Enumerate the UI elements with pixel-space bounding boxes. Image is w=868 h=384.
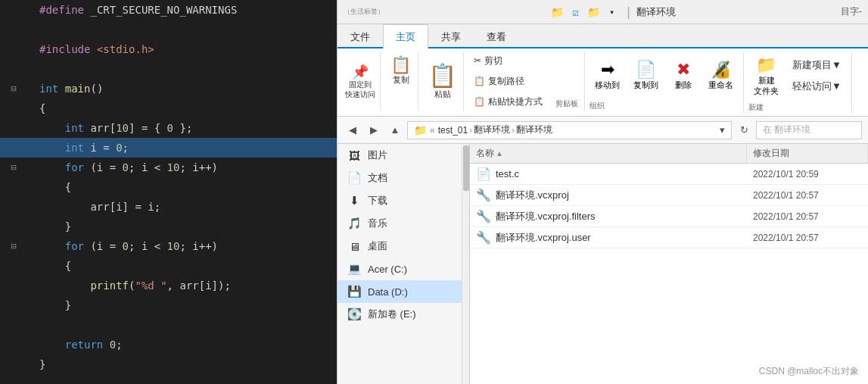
code-content: printf("%d ", arr[i]); — [36, 279, 231, 292]
collapse-icon — [24, 201, 36, 213]
collapse-icon — [24, 122, 36, 134]
address-part-2: 翻译环境 — [474, 123, 510, 136]
desktop-icon: 🖥 — [347, 240, 362, 253]
cut-button[interactable]: ✂剪切 — [468, 52, 548, 70]
collapse-icon — [24, 240, 36, 252]
checkbox-icon: ☑ — [568, 4, 584, 20]
nav-item-e-drive[interactable]: 💽 新加卷 (E:) — [338, 303, 462, 326]
move-to-button[interactable]: ➡ 移动到 — [590, 56, 625, 95]
file-row-test-c[interactable]: 📄 test.c 2022/10/1 20:59 — [470, 164, 868, 185]
code-content: #include <stdio.h> — [36, 43, 154, 55]
nav-label-documents: 文档 — [368, 171, 387, 185]
code-line: ⊟ int main() — [0, 79, 337, 98]
code-content: } — [36, 299, 71, 311]
file-row-vcxproj-user[interactable]: 🔧 翻译环境.vcxproj.user 2022/10/1 20:57 — [470, 227, 868, 248]
delete-button[interactable]: ✖ 删除 — [667, 56, 700, 95]
collapse-icon — [24, 142, 36, 154]
pictures-icon: 🖼 — [347, 149, 362, 162]
address-part-1: test_01 — [438, 125, 468, 136]
paste-shortcut-button[interactable]: 📋粘贴快捷方式 — [468, 93, 548, 111]
title-bar-actions: 📁 ☑ 📁 ▾ | 翻译环境 — [549, 4, 677, 20]
address-sep: « — [430, 125, 435, 136]
tab-view[interactable]: 查看 — [474, 24, 519, 48]
paste-button[interactable]: 📋 粘贴 — [422, 52, 463, 111]
new-group-label: 新建 — [748, 101, 764, 114]
code-line: return 0; — [0, 335, 337, 354]
file-name-vcxproj: 🔧 翻译环境.vcxproj — [470, 188, 747, 202]
collapse-icon — [24, 161, 36, 173]
code-line: ⊟ for (i = 0; i < 10; i++) — [0, 236, 337, 256]
address-dropdown[interactable]: ▾ — [720, 124, 725, 136]
documents-icon: 📄 — [347, 171, 362, 185]
nav-item-d-drive[interactable]: 💾 Data (D:) — [338, 280, 462, 303]
copy-to-button[interactable]: 📄 复制到 — [628, 56, 664, 95]
dropdown-btn[interactable]: ▾ — [604, 4, 621, 20]
file-list: 名称 ▲ 修改日期 📄 test.c 2022/10/1 20:59 🔧 翻译 — [470, 144, 868, 384]
nav-item-music[interactable]: 🎵 音乐 — [338, 212, 462, 235]
code-content: for (i = 0; i < 10; i++) — [36, 240, 218, 252]
ribbon-toolbar: 📌 固定到 快速访问 📋 复制 📋 粘贴 ✂剪切 — [338, 48, 868, 117]
nav-item-downloads[interactable]: ⬇ 下载 — [338, 189, 462, 212]
scroll-thumb[interactable] — [463, 145, 469, 191]
code-line-highlighted: int i = 0; — [0, 138, 337, 158]
pin-to-quick-access-button[interactable]: 📌 固定到 快速访问 — [341, 52, 380, 111]
new-item-button[interactable]: 新建项目▼ — [787, 56, 847, 74]
collapse-icon — [24, 181, 36, 193]
nav-item-c-drive[interactable]: 💻 Acer (C:) — [338, 258, 462, 280]
back-button[interactable]: ◀ — [344, 121, 362, 139]
vcxproj-user-date: 2022/10/1 20:57 — [747, 233, 868, 243]
col-header-name[interactable]: 名称 ▲ — [470, 144, 747, 163]
address-arrow-2: › — [512, 125, 515, 136]
file-row-vcxproj-filters[interactable]: 🔧 翻译环境.vcxproj.filters 2022/10/1 20:57 — [470, 206, 868, 227]
nav-item-desktop[interactable]: 🖥 桌面 — [338, 235, 462, 258]
organize-group-label: 组织 — [590, 99, 605, 113]
col-header-date[interactable]: 修改日期 — [747, 144, 868, 163]
organize-group: ➡ 移动到 📄 复制到 ✖ 删除 🔏 重命名 组织 — [585, 52, 744, 113]
copy-path-button[interactable]: 📋复制路径 — [468, 73, 548, 90]
vcxproj-date: 2022/10/1 20:57 — [747, 190, 868, 201]
nav-label-pictures: 图片 — [368, 148, 387, 162]
folder-icon-2: 📁 — [586, 4, 602, 20]
music-icon: 🎵 — [347, 217, 362, 230]
file-row-vcxproj[interactable]: 🔧 翻译环境.vcxproj 2022/10/1 20:57 — [470, 185, 868, 206]
collapse-icon — [24, 299, 36, 311]
nav-item-documents[interactable]: 📄 文档 — [338, 167, 462, 189]
tab-file[interactable]: 文件 — [338, 24, 383, 48]
vcxproj-user-name: 翻译环境.vcxproj.user — [496, 231, 591, 245]
collapse-icon — [24, 339, 36, 351]
address-path[interactable]: 📁 « test_01 › 翻译环境 › 翻译环境 ▾ — [407, 121, 732, 139]
copy-button[interactable]: 📋 复制 — [384, 52, 418, 89]
collapse-icon — [24, 63, 36, 75]
tab-home[interactable]: 主页 — [383, 24, 428, 48]
forward-button[interactable]: ▶ — [365, 121, 383, 139]
file-explorer: （生活标签） 📁 ☑ 📁 ▾ | 翻译环境 目字- 文件 主页 共享 查看 — [337, 0, 868, 384]
search-placeholder: 在 翻译环境 — [763, 123, 810, 136]
clipboard-group-label: 剪贴板 — [552, 97, 581, 111]
collapse-icon — [24, 23, 36, 36]
code-line — [0, 59, 337, 79]
window-title: 翻译环境 — [636, 5, 676, 19]
new-folder-button[interactable]: 📁 新建 文件夹 — [748, 52, 784, 101]
collapse-icon — [24, 102, 36, 114]
vcxproj-filters-date: 2022/10/1 20:57 — [747, 211, 868, 222]
nav-sidebar-container: 🖼 图片 📄 文档 ⬇ 下载 🎵 音乐 🖥 桌面 — [338, 144, 470, 384]
collapse-icon — [24, 260, 36, 272]
rename-button[interactable]: 🔏 重命名 — [703, 56, 739, 95]
vcxproj-user-icon: 🔧 — [476, 230, 491, 245]
nav-item-pictures[interactable]: 🖼 图片 — [338, 144, 462, 167]
file-name-test-c: 📄 test.c — [470, 167, 747, 181]
up-button[interactable]: ▲ — [386, 121, 404, 139]
code-line: } — [0, 217, 337, 236]
d-drive-icon: 💾 — [347, 285, 362, 298]
code-line: #define _CRT_SECURE_NO_WARNINGS — [0, 0, 337, 20]
code-content: { — [36, 102, 45, 114]
line-gutter: ⊟ — [3, 241, 24, 251]
code-line: printf("%d ", arr[i]); — [0, 276, 337, 295]
nav-label-e-drive: 新加卷 (E:) — [368, 308, 416, 321]
refresh-button[interactable]: ↻ — [735, 121, 753, 139]
tab-share[interactable]: 共享 — [428, 24, 474, 48]
search-box[interactable]: 在 翻译环境 — [756, 121, 862, 139]
test-c-name: test.c — [496, 168, 519, 180]
vcxproj-filters-name: 翻译环境.vcxproj.filters — [496, 210, 595, 223]
easy-access-button[interactable]: 轻松访问▼ — [787, 77, 847, 95]
